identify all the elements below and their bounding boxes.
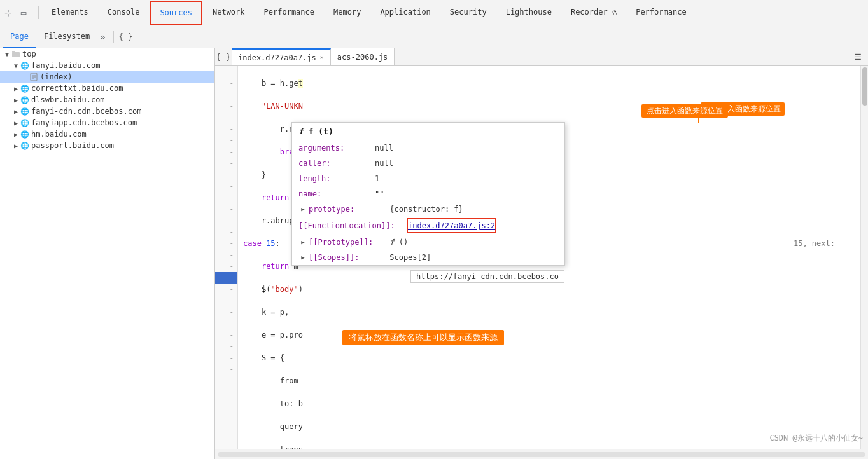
tooltip-row-name: name: "" (292, 186, 564, 202)
tree-item-top[interactable]: ▼ top (0, 48, 214, 60)
tree-arrow-fanyi: ▼ (11, 61, 20, 70)
tooltip-key-name: name: (298, 188, 375, 200)
tab-sources[interactable]: Sources (150, 1, 202, 25)
tree-item-correcttxt[interactable]: ▶ 🌐 correcttxt.baidu.com (0, 83, 214, 94)
domain-icon-hm: 🌐 (20, 130, 29, 139)
domain-icon-fanyi: 🌐 (20, 61, 29, 70)
tooltip-key-caller: caller: (298, 157, 375, 170)
domain-icon-fanyiapp: 🌐 (20, 118, 29, 127)
tooltip-popup: f f (t) arguments: null caller: null len… (291, 122, 565, 266)
code-line-2: "LAN-UNKN (243, 100, 860, 112)
tab-performance2[interactable]: Performance (627, 0, 695, 25)
tree-item-fanyi-cdn[interactable]: ▶ 🌐 fanyi-cdn.cdn.bcebos.com (0, 106, 214, 117)
tooltip-row-caller: caller: null (292, 156, 564, 171)
tree-label-fanyi-cdn: fanyi-cdn.cdn.bcebos.com (31, 107, 141, 116)
tab-recorder[interactable]: Recorder ⚗ (562, 0, 626, 25)
expand-arrow-scopes: ▶ (298, 253, 307, 262)
tooltip-row-length: length: 1 (292, 171, 564, 186)
code-line-11: k = p, (243, 306, 860, 318)
right-scrollbar[interactable] (860, 66, 868, 449)
file-tabs-right: ☰ (850, 50, 868, 65)
left-panel: ▼ top ▼ 🌐 fanyi.baidu.com (index) ▶ 🌐 co… (0, 48, 215, 459)
svg-rect-0 (12, 52, 20, 57)
tree-arrow-dlswbr: ▶ (11, 95, 20, 104)
tree-label-index: (index) (40, 72, 73, 81)
tooltip-key-prototype: prototype: (309, 203, 385, 216)
annotation-click-label: 点击进入函数来源位置 (641, 104, 728, 118)
tab-memory[interactable]: Memory (325, 0, 370, 25)
function-location-link[interactable]: index.d727a0a7.js:2 (407, 218, 496, 233)
code-area-container: - - - - - - - - - - - - - - - - - - - - (215, 66, 868, 449)
tooltip-val-length: 1 (375, 172, 379, 185)
file-tab-acs[interactable]: acs-2060.js (331, 48, 395, 66)
tooltip-row-scopes[interactable]: ▶ [[Scopes]]: Scopes[2] (292, 250, 564, 265)
scrollbar-thumb[interactable] (862, 67, 867, 106)
tab-application[interactable]: Application (371, 0, 439, 25)
expand-arrow-proto: ▶ (298, 238, 307, 247)
watermark: CSDN @永远十八的小仙女~ (769, 433, 863, 444)
tab-security[interactable]: Security (441, 0, 496, 25)
file-tab-label-acs: acs-2060.js (337, 53, 388, 62)
tree-arrow-top: ▼ (3, 50, 11, 58)
tree-item-index[interactable]: (index) (0, 71, 214, 83)
file-format-icon[interactable]: { } (215, 48, 232, 66)
tree-item-passport[interactable]: ▶ 🌐 passport.baidu.com (0, 140, 214, 151)
cursor-icon[interactable]: ⊹ (3, 7, 14, 18)
tree-label-top: top (22, 50, 36, 58)
toolbar-separator (38, 6, 39, 19)
sub-toolbar: Page Filesystem » { } (0, 25, 868, 48)
tree-arrow-fanyi-cdn: ▶ (11, 107, 20, 116)
file-tab-index[interactable]: index.d727a0a7.js × (232, 48, 331, 66)
tab-elements[interactable]: Elements (43, 0, 97, 25)
svg-rect-1 (12, 51, 15, 53)
tooltip-row-funcloc: [[FunctionLocation]]: index.d727a0a7.js:… (292, 217, 564, 235)
domain-icon-fanyi-cdn: 🌐 (20, 107, 29, 116)
tooltip-val-funcloc[interactable]: index.d727a0a7.js:2 (407, 218, 496, 233)
tooltip-key-length: length: (298, 172, 375, 185)
main-toolbar: ⊹ ▭ Elements Console Sources Network Per… (0, 0, 868, 25)
code-line-14: from (243, 375, 860, 387)
device-icon[interactable]: ▭ (18, 7, 29, 18)
subtab-filesystem[interactable]: Filesystem (36, 25, 97, 48)
subtab-page[interactable]: Page (3, 25, 36, 48)
file-tab-close-index[interactable]: × (320, 55, 324, 61)
file-tabs-bar: { } index.d727a0a7.js × acs-2060.js ☰ (215, 48, 868, 66)
bottom-scrollbar[interactable] (218, 452, 865, 457)
tree-item-fanyi-baidu[interactable]: ▼ 🌐 fanyi.baidu.com (0, 60, 214, 71)
tree-label-fanyi-baidu: fanyi.baidu.com (31, 61, 100, 70)
sidebar-toggle-button[interactable]: ☰ (850, 50, 865, 65)
tooltip-row-proto[interactable]: ▶ [[Prototype]]: f () (292, 235, 564, 250)
tab-network[interactable]: Network (204, 0, 254, 25)
line-numbers: - - - - - - - - - - - - - - - - - - - - (215, 66, 238, 449)
annotation-hover-label: 将鼠标放在函数名称上可以显示函数来源 (342, 330, 504, 345)
tooltip-key-scopes: [[Scopes]]: (309, 251, 385, 264)
url-tooltip: https://fanyi-cdn.cdn.bcebos.co (410, 270, 564, 283)
file-tab-label-index: index.d727a0a7.js (238, 53, 316, 62)
format-button[interactable]: { } (119, 32, 133, 41)
tree-arrow-index (20, 72, 29, 81)
tree-item-hm-baidu[interactable]: ▶ 🌐 hm.baidu.com (0, 128, 214, 140)
tooltip-key-arguments: arguments: (298, 142, 375, 154)
folder-icon-top (11, 50, 20, 58)
tree-arrow-correcttxt: ▶ (11, 84, 20, 93)
code-line-10: $("body") (243, 284, 860, 295)
domain-icon-dlswbr: 🌐 (20, 95, 29, 104)
tooltip-val-proto: f () (385, 236, 408, 249)
tab-performance[interactable]: Performance (255, 0, 323, 25)
tooltip-header: f f (t) (292, 123, 564, 140)
tooltip-val-name: "" (375, 188, 384, 200)
more-tabs-button[interactable]: » (97, 32, 108, 42)
domain-icon-passport: 🌐 (20, 141, 29, 150)
code-line-16: query (243, 421, 860, 432)
tree-item-fanyiapp[interactable]: ▶ 🌐 fanyiapp.cdn.bcebos.com (0, 117, 214, 128)
subtoolbar-separator (113, 31, 114, 43)
tab-console[interactable]: Console (99, 0, 149, 25)
tree-item-dlswbr[interactable]: ▶ 🌐 dlswbr.baidu.com (0, 94, 214, 106)
tree-arrow-passport: ▶ (11, 141, 20, 150)
tab-lighthouse[interactable]: Lighthouse (497, 0, 561, 25)
right-panel: { } index.d727a0a7.js × acs-2060.js ☰ - … (215, 48, 868, 459)
tree-arrow-hm: ▶ (11, 130, 20, 139)
code-line-15: to: b (243, 398, 860, 409)
tooltip-row-prototype[interactable]: ▶ prototype: {constructor: f} (292, 202, 564, 217)
domain-icon-correcttxt: 🌐 (20, 84, 29, 93)
